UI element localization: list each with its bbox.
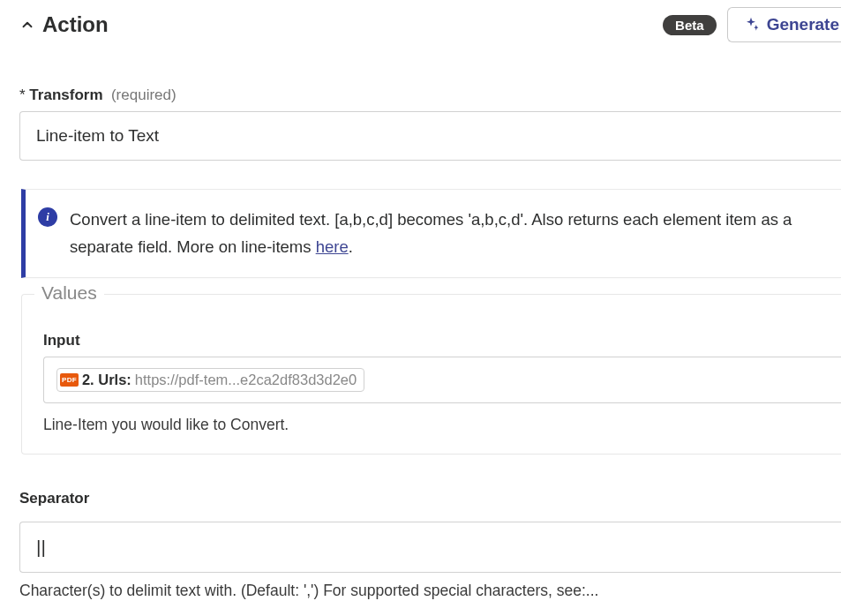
values-fieldset: Values Input PDF 2. Urls: https://pdf-te…	[21, 294, 841, 454]
input-label: Input	[43, 332, 841, 349]
header-left: Action	[19, 12, 109, 37]
required-text: (required)	[111, 86, 176, 103]
data-pill[interactable]: PDF 2. Urls: https://pdf-tem...e2ca2df83…	[56, 368, 364, 392]
beta-badge: Beta	[663, 15, 717, 35]
info-text-after: .	[349, 237, 353, 256]
separator-helper-text: Character(s) to delimit text with. (Defa…	[19, 582, 841, 600]
required-asterisk: *	[19, 86, 26, 103]
pill-value: https://pdf-tem...e2ca2df83d3d2e0	[135, 372, 357, 388]
info-icon: i	[38, 207, 57, 227]
separator-input[interactable]	[19, 522, 841, 573]
transform-field-label: Transform	[29, 86, 102, 103]
section-header: Action Beta Generate	[19, 7, 841, 42]
values-legend: Values	[34, 282, 104, 304]
chevron-up-icon[interactable]	[19, 17, 35, 33]
header-right: Beta Generate	[663, 7, 841, 42]
input-field[interactable]: PDF 2. Urls: https://pdf-tem...e2ca2df83…	[43, 357, 841, 403]
separator-label: Separator	[19, 490, 841, 507]
generate-label: Generate	[767, 15, 839, 34]
sparkle-icon	[742, 16, 760, 34]
pill-label: 2. Urls:	[82, 372, 131, 388]
info-text-before: Convert a line-item to delimited text. […	[70, 210, 792, 256]
generate-button[interactable]: Generate	[727, 7, 841, 42]
info-text: Convert a line-item to delimited text. […	[70, 206, 825, 261]
separator-section: Separator Character(s) to delimit text w…	[19, 490, 841, 600]
pdf-icon: PDF	[60, 373, 79, 387]
info-banner: i Convert a line-item to delimited text.…	[21, 189, 841, 278]
transform-label-row: * Transform (required)	[19, 86, 841, 104]
section-title: Action	[42, 12, 109, 37]
transform-value: Line-item to Text	[36, 126, 159, 145]
info-link[interactable]: here	[316, 237, 349, 256]
transform-select[interactable]: Line-item to Text	[19, 111, 841, 161]
input-helper-text: Line-Item you would like to Convert.	[43, 416, 841, 434]
